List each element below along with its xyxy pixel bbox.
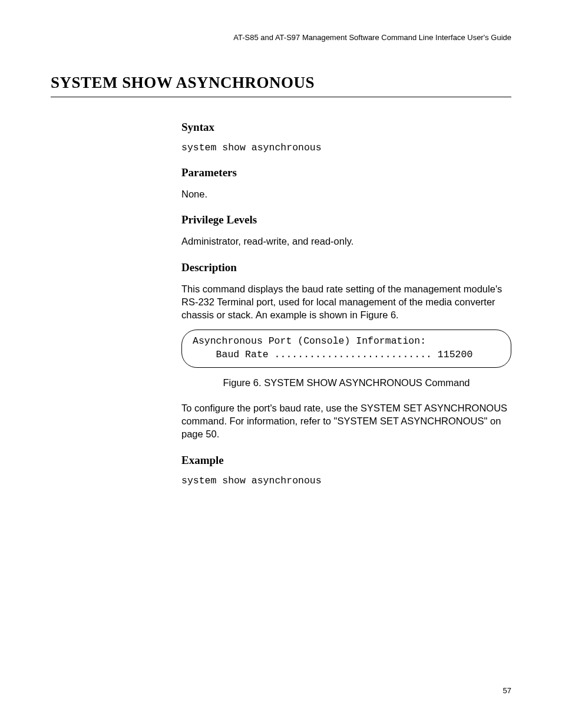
privilege-text: Administrator, read-write, and read-only… [181,235,511,248]
syntax-heading: Syntax [181,121,511,134]
content-block: Syntax system show asynchronous Paramete… [181,121,511,486]
parameters-heading: Parameters [181,166,511,179]
console-output-box: Asynchronous Port (Console) Information:… [181,330,511,368]
description-heading: Description [181,261,511,274]
privilege-heading: Privilege Levels [181,213,511,226]
example-code: system show asynchronous [181,475,511,486]
page-title: SYSTEM SHOW ASYNCHRONOUS [51,74,511,97]
parameters-text: None. [181,187,511,200]
description-text: This command displays the baud rate sett… [181,282,511,322]
syntax-code: system show asynchronous [181,142,511,153]
running-header: AT-S85 and AT-S97 Management Software Co… [51,33,511,42]
page: AT-S85 and AT-S97 Management Software Co… [0,0,562,486]
postfigure-text: To configure the port's baud rate, use t… [181,401,511,441]
page-number: 57 [503,686,511,695]
figure-caption: Figure 6. SYSTEM SHOW ASYNCHRONOUS Comma… [181,377,511,388]
console-output: Asynchronous Port (Console) Information:… [193,335,500,361]
example-heading: Example [181,454,511,467]
